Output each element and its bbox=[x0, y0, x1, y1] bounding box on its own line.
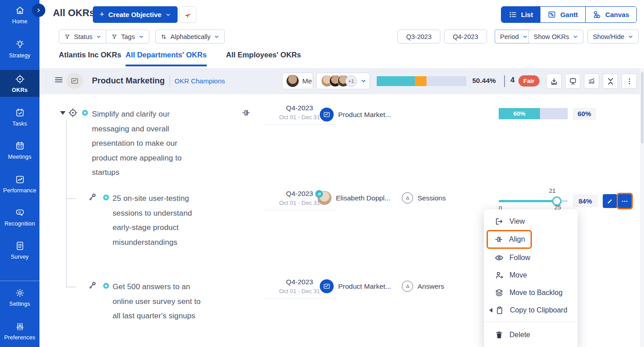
show-hide-dropdown[interactable]: Show/Hide bbox=[587, 30, 639, 43]
menu-item-label: Move to Backlog bbox=[509, 289, 562, 297]
tags-filter[interactable]: Tags bbox=[106, 30, 149, 43]
performance-icon bbox=[0, 174, 39, 185]
list-icon bbox=[509, 10, 517, 19]
chevron-down-icon bbox=[573, 34, 578, 39]
tree-connector-line bbox=[66, 198, 76, 199]
avatar-overflow-count: +1 bbox=[345, 75, 357, 87]
view-list-label: List bbox=[521, 11, 533, 18]
menu-item-view[interactable]: View bbox=[484, 213, 578, 230]
me-filter-chip[interactable]: Me bbox=[282, 73, 313, 89]
kr2-metric: Answers bbox=[402, 281, 444, 292]
sort-icon bbox=[161, 34, 167, 40]
scrollbar[interactable] bbox=[640, 68, 644, 347]
strategy-icon bbox=[0, 39, 39, 50]
menu-item-move[interactable]: Move bbox=[484, 266, 578, 284]
okrs-icon bbox=[0, 74, 39, 84]
row-more-options-button[interactable] bbox=[618, 194, 631, 208]
view-canvas-button[interactable]: Canvas bbox=[585, 7, 636, 22]
kr2-alignee[interactable]: Product Market... bbox=[320, 279, 391, 293]
download-button[interactable] bbox=[546, 74, 561, 89]
sidebar-item-survey[interactable]: Survey bbox=[0, 241, 39, 260]
scrollbar-thumb[interactable] bbox=[641, 72, 644, 143]
tab-company-okrs[interactable]: Atlantis Inc OKRs bbox=[59, 51, 121, 65]
sidebar-item-label: Home bbox=[0, 18, 39, 25]
chevron-down-icon bbox=[96, 34, 101, 39]
period-chip-q3[interactable]: Q3-2023 bbox=[397, 30, 440, 43]
chevron-down-icon bbox=[522, 34, 528, 39]
objective-alignee[interactable]: Product Market... bbox=[320, 108, 391, 121]
create-objective-button[interactable]: + Create Objective bbox=[93, 6, 178, 23]
sidebar-item-label: OKRs bbox=[0, 87, 39, 93]
chevron-down-icon bbox=[139, 34, 144, 39]
send-button[interactable] bbox=[179, 6, 196, 23]
tab-departments-okrs[interactable]: All Departments' OKRs bbox=[126, 51, 207, 66]
menu-item-move-to-backlog[interactable]: Move to Backlog bbox=[484, 284, 578, 301]
show-okrs-dropdown[interactable]: Show OKRs bbox=[528, 30, 583, 43]
sidebar-item-label: Settings bbox=[0, 301, 39, 307]
me-avatar bbox=[287, 75, 299, 87]
sidebar-item-meetings[interactable]: Meetings bbox=[0, 141, 39, 160]
sidebar-item-settings[interactable]: Settings bbox=[0, 288, 39, 307]
alignee-label: Product Market... bbox=[338, 282, 391, 291]
align-icon[interactable] bbox=[241, 108, 251, 117]
tags-filter-label: Tags bbox=[121, 33, 135, 40]
pencil-icon bbox=[606, 198, 614, 205]
menu-item-align[interactable]: Align bbox=[488, 231, 531, 247]
sidebar-item-preferences[interactable]: Preferences bbox=[0, 321, 39, 341]
department-chart-icon bbox=[320, 279, 334, 293]
sort-dropdown[interactable]: Alphabetically bbox=[155, 30, 225, 43]
view-canvas-label: Canvas bbox=[605, 11, 629, 18]
menu-item-label: Follow bbox=[509, 254, 530, 262]
edit-button[interactable] bbox=[603, 194, 617, 208]
menu-item-copy-to-clipboard[interactable]: Copy to Clipboard bbox=[484, 301, 578, 319]
key-result-icon bbox=[87, 280, 97, 290]
view-gantt-button[interactable]: Gantt bbox=[540, 7, 585, 22]
kebab-highlight-box bbox=[617, 193, 633, 209]
period-chip-q4[interactable]: Q4-2023 bbox=[444, 30, 487, 43]
key-result-title[interactable]: Get 500 answers to an online user survey… bbox=[113, 280, 210, 324]
sidebar-item-performance[interactable]: Performance bbox=[0, 174, 39, 194]
menu-item-delete[interactable]: Delete bbox=[484, 326, 578, 343]
metric-label: Sessions bbox=[418, 194, 446, 202]
align-icon bbox=[494, 235, 503, 244]
collapse-expander-icon[interactable] bbox=[60, 111, 65, 115]
kr1-owner[interactable]: Elisabeth Doppl... bbox=[318, 191, 391, 205]
owner-avatar bbox=[318, 191, 331, 205]
me-label: Me bbox=[302, 77, 312, 85]
menu-item-label: Copy to Clipboard bbox=[510, 306, 567, 314]
status-filter[interactable]: Status bbox=[59, 30, 107, 43]
funnel-icon bbox=[111, 34, 117, 40]
show-hide-label: Show/Hide bbox=[593, 33, 624, 40]
period-dropdown[interactable]: Period bbox=[495, 30, 533, 43]
overall-progress-bar bbox=[377, 76, 466, 86]
clipboard-icon bbox=[495, 306, 504, 315]
presentation-button[interactable] bbox=[565, 74, 580, 89]
sidebar-item-label: Strategy bbox=[0, 52, 39, 59]
sidebar-item-tasks[interactable]: Tasks bbox=[0, 108, 39, 127]
period-dropdown-label: Period bbox=[500, 33, 519, 40]
sidebar-expand-button[interactable] bbox=[32, 4, 45, 17]
sidebar-item-recognition[interactable]: Recognition bbox=[0, 208, 39, 227]
objective-progress-fill: 60% bbox=[499, 108, 540, 119]
view-list-button[interactable]: List bbox=[501, 7, 540, 22]
sidebar-item-okrs[interactable]: OKRs bbox=[0, 70, 39, 97]
metric-triangle-icon bbox=[402, 281, 413, 292]
chart-icon bbox=[70, 77, 79, 85]
sidebar-item-strategy[interactable]: Strategy bbox=[0, 39, 39, 59]
okr-champions-link[interactable]: OKR Champions bbox=[174, 77, 225, 85]
overall-progress-value: 50.44% bbox=[472, 77, 496, 85]
collapse-button[interactable] bbox=[603, 74, 618, 89]
sidebar-item-label: Meetings bbox=[0, 154, 39, 160]
hamburger-menu-icon[interactable] bbox=[54, 75, 64, 85]
analytics-button[interactable] bbox=[584, 74, 599, 89]
more-options-button[interactable] bbox=[622, 74, 637, 89]
objective-title[interactable]: Simplify and clarify our messaging and o… bbox=[92, 107, 194, 180]
menu-item-follow[interactable]: Follow bbox=[484, 249, 578, 266]
key-result-title[interactable]: 25 on-site user-testing sessions to unde… bbox=[113, 191, 208, 250]
tasks-icon bbox=[0, 108, 39, 118]
tab-employees-okrs[interactable]: All Employees' OKRs bbox=[226, 51, 301, 65]
funnel-icon bbox=[64, 34, 70, 40]
owners-filter-chip[interactable]: +1 bbox=[316, 73, 370, 89]
kr1-progress-badge: 84% bbox=[573, 195, 598, 207]
department-panel-header: Product Marketing OKR Champions Me +1 50… bbox=[39, 68, 644, 94]
